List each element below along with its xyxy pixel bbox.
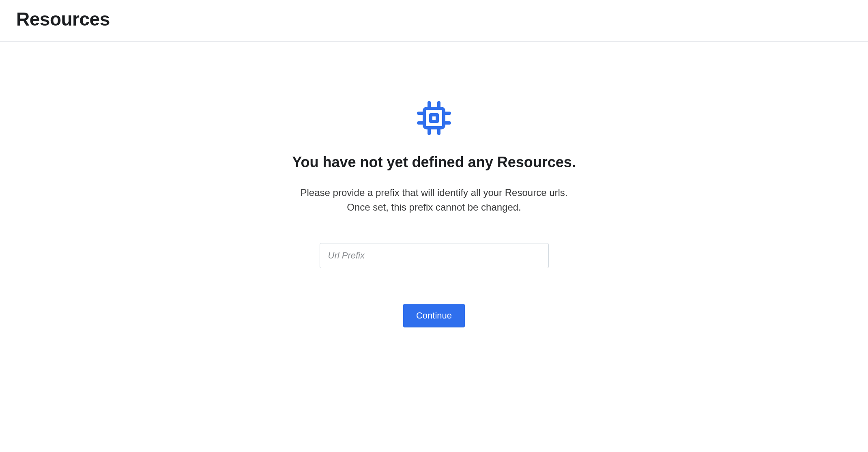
empty-description-line2: Once set, this prefix cannot be changed.	[301, 200, 568, 215]
page-title: Resources	[16, 8, 852, 30]
svg-rect-0	[424, 108, 444, 128]
url-prefix-input[interactable]	[320, 243, 549, 268]
empty-description: Please provide a prefix that will identi…	[301, 185, 568, 215]
page-header: Resources	[0, 0, 868, 42]
continue-button[interactable]: Continue	[403, 304, 465, 327]
empty-heading: You have not yet defined any Resources.	[292, 154, 576, 171]
cpu-icon	[415, 99, 453, 139]
empty-description-line1: Please provide a prefix that will identi…	[301, 185, 568, 200]
resources-page: Resources You have not yet defined any R…	[0, 0, 868, 327]
svg-rect-1	[431, 115, 437, 121]
empty-state: You have not yet defined any Resources. …	[0, 42, 868, 327]
